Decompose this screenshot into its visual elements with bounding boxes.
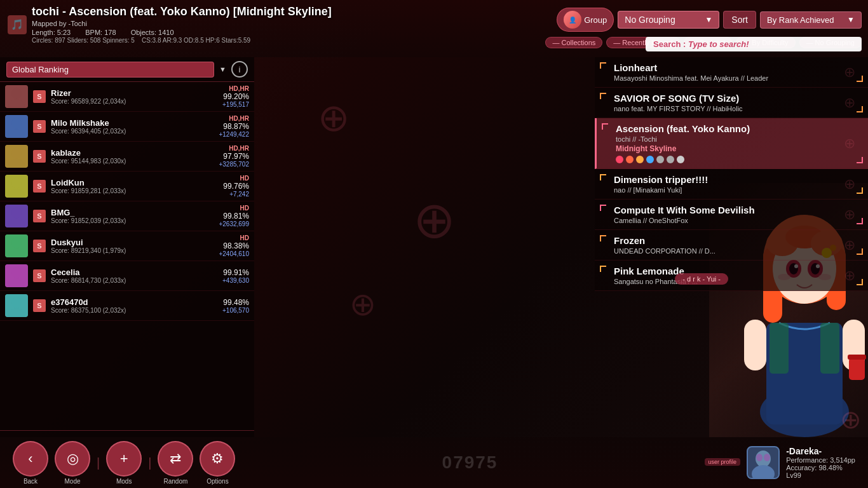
song-item-title: Compute It With Some Devilish xyxy=(605,205,858,215)
performance-stat: Performance: 3,514pp xyxy=(786,456,855,464)
length-label: Length: 5:23 xyxy=(32,29,77,36)
song-list-item[interactable]: Pink Lemonade Sangatsu no Phantasia / ..… xyxy=(595,261,868,291)
diff-name: Midnight Skyline xyxy=(607,144,858,153)
diff-dot xyxy=(646,156,654,163)
song-list-item[interactable]: Ascension (feat. Yoko Kanno) tochi // -T… xyxy=(595,118,868,169)
entry-name: e376470d xyxy=(51,297,217,307)
song-osu-logo: ⊕ xyxy=(844,176,855,193)
sort-dropdown[interactable]: By Rank Achieved ▼ xyxy=(760,11,862,29)
bracket-tl xyxy=(600,266,606,272)
entry-pct: 99.20% xyxy=(222,92,249,101)
level-stat: Lv99 xyxy=(786,471,855,479)
entry-score: Score: 86814,730 (2,033x) xyxy=(51,277,217,284)
entry-rank-badge: S xyxy=(33,90,46,103)
back-btn-circle[interactable]: ‹ xyxy=(13,441,48,477)
entry-pct: 98.87% xyxy=(219,122,249,131)
accuracy-stat: Accuracy: 98.48% xyxy=(786,464,855,471)
leaderboard-bottom: Personal Best No personal record set xyxy=(0,430,254,437)
mode-label: Mode xyxy=(64,478,80,485)
sort-button[interactable]: Sort xyxy=(723,11,756,29)
song-item-subtitle: tochi // -Tochi xyxy=(607,135,858,143)
entry-pp: +3285,702 xyxy=(219,161,249,168)
song-list-item[interactable]: Compute It With Some Devilish Camellia /… xyxy=(595,200,868,230)
leaderboard-entry[interactable]: S BMG_ Score: 91852,039 (2,033x) HD 99.8… xyxy=(0,201,254,231)
user-profile-tag: user profile xyxy=(705,458,741,466)
entry-right: 99.48% +106,570 xyxy=(222,298,249,314)
leaderboard-entry[interactable]: S Duskyui Score: 89219,340 (1,979x) HD 9… xyxy=(0,231,254,261)
entry-rank-badge: S xyxy=(33,150,46,163)
search-placeholder[interactable]: Type to search! xyxy=(688,39,749,49)
song-mapped-by: Mapped by -Tochi xyxy=(32,20,332,27)
song-osu-logo: ⊕ xyxy=(844,268,855,284)
objects-label: Objects: 1410 xyxy=(131,29,180,36)
entry-avatar xyxy=(5,175,28,198)
personal-best-label: Personal Best xyxy=(0,430,254,437)
options-btn-circle[interactable]: ⚙ xyxy=(200,441,235,477)
nav-buttons: ‹ Back ◎ Mode | + Mods | ⇄ Random ⚙ Opti… xyxy=(13,441,235,485)
entry-score: Score: 96589,922 (2,034x) xyxy=(51,98,217,105)
entry-rank-badge: S xyxy=(33,210,46,222)
entry-pp: +7,242 xyxy=(223,191,249,198)
entry-pct: 97.97% xyxy=(219,152,249,161)
bracket-tl xyxy=(600,205,606,211)
user-avatar[interactable] xyxy=(747,446,780,479)
song-osu-logo: ⊕ xyxy=(844,237,855,254)
entry-info: Cecelia Score: 86814,730 (2,033x) xyxy=(51,268,217,284)
svg-point-19 xyxy=(11,267,22,278)
mode-btn-circle[interactable]: ◎ xyxy=(55,441,90,477)
song-item-title: Frozen xyxy=(605,235,858,246)
leaderboard-entry[interactable]: S Milo Milkshake Score: 96394,405 (2,032… xyxy=(0,112,254,142)
entry-pp: +1249,422 xyxy=(219,131,249,138)
info-button[interactable]: i xyxy=(231,61,248,78)
entry-info: kablaze Score: 95144,983 (2,030x) xyxy=(51,148,214,165)
filter-tag[interactable]: — Collections xyxy=(545,37,602,48)
entry-rank-badge: S xyxy=(33,269,46,282)
diff-dot xyxy=(656,156,664,163)
diff-dot xyxy=(667,156,674,163)
random-nav-button[interactable]: ⇄ Random xyxy=(158,441,193,485)
song-item-title: Dimension tripper!!!! xyxy=(605,174,858,185)
svg-point-13 xyxy=(11,207,22,219)
song-item-title: Pink Lemonade xyxy=(605,266,858,276)
options-nav-button[interactable]: ⚙ Options xyxy=(200,441,235,485)
bottom-bar: ‹ Back ◎ Mode | + Mods | ⇄ Random ⚙ Opti… xyxy=(0,437,868,488)
leaderboard-entries: S Rizer Score: 96589,922 (2,034x) HD,HR … xyxy=(0,82,254,430)
leaderboard-entry[interactable]: S Rizer Score: 96589,922 (2,034x) HD,HR … xyxy=(0,82,254,112)
mods-nav-button[interactable]: + Mods xyxy=(106,441,142,485)
leaderboard-entry[interactable]: S kablaze Score: 95144,983 (2,030x) HD,H… xyxy=(0,142,254,172)
entry-avatar xyxy=(5,145,28,168)
entry-info: Rizer Score: 96589,922 (2,034x) xyxy=(51,88,217,105)
song-list-item[interactable]: Dimension tripper!!!! nao // [Minakami Y… xyxy=(595,169,868,200)
entry-rank-badge: S xyxy=(33,299,46,312)
song-list-item[interactable]: SAVIOR OF SONG (TV Size) nano feat. MY F… xyxy=(595,88,868,118)
random-btn-circle[interactable]: ⇄ xyxy=(158,441,193,477)
group-button[interactable]: 👤 Group xyxy=(557,8,614,32)
entry-right: HD 99.81% +2632,699 xyxy=(219,205,249,227)
bracket-tl xyxy=(600,174,606,180)
back-nav-button[interactable]: ‹ Back xyxy=(13,441,48,485)
bracket-br xyxy=(857,279,863,285)
entry-pct: 99.81% xyxy=(219,212,249,220)
song-item-title: Lionheart xyxy=(605,62,858,73)
grouping-dropdown[interactable]: No Grouping ▼ xyxy=(618,11,719,29)
song-list-item[interactable]: Lionheart Masayoshi Minoshima feat. Mei … xyxy=(595,57,868,88)
username: -Dareka- xyxy=(786,446,855,456)
entry-name: LoidKun xyxy=(51,178,218,187)
entry-right: 99.91% +439,630 xyxy=(222,268,249,284)
entry-pp: +439,630 xyxy=(222,277,249,284)
mode-nav-button[interactable]: ◎ Mode xyxy=(55,441,90,485)
leaderboard-selector[interactable]: Global Ranking xyxy=(6,62,214,78)
group-label: Group xyxy=(584,15,607,25)
song-list-item[interactable]: Frozen UNDEAD CORPORATION // D... ⊕ xyxy=(595,230,868,261)
leaderboard-entry[interactable]: S e376470d Score: 86375,100 (2,032x) 99.… xyxy=(0,291,254,321)
leaderboard-entry[interactable]: S Cecelia Score: 86814,730 (2,033x) 99.9… xyxy=(0,261,254,291)
bpm-label: BPM: 178 xyxy=(85,29,122,36)
song-item-title: Ascension (feat. Yoko Kanno) xyxy=(607,123,858,134)
user-stats: -Dareka- Performance: 3,514pp Accuracy: … xyxy=(786,446,855,479)
mods-label: Mods xyxy=(116,478,132,485)
entry-name: Milo Milkshake xyxy=(51,118,214,128)
song-list-panel: Lionheart Masayoshi Minoshima feat. Mei … xyxy=(595,57,868,437)
entry-right: HD 98.38% +2404,610 xyxy=(219,234,249,257)
mods-btn-circle[interactable]: + xyxy=(106,441,142,477)
leaderboard-entry[interactable]: S LoidKun Score: 91859,281 (2,033x) HD 9… xyxy=(0,172,254,201)
